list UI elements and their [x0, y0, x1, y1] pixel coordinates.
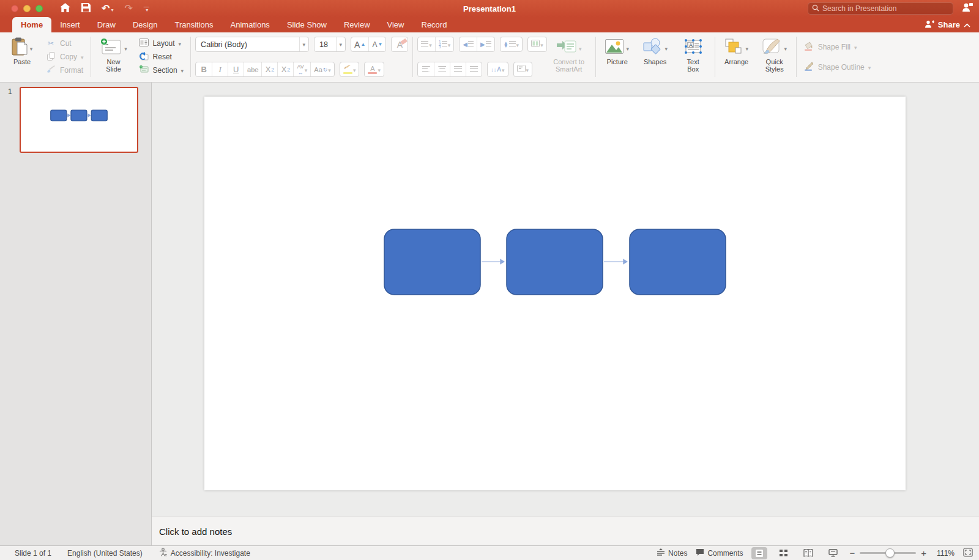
- change-case-button[interactable]: Aa↻: [310, 62, 334, 76]
- decrease-font-size-button[interactable]: A▼: [368, 37, 385, 51]
- align-right-button[interactable]: [450, 62, 466, 76]
- picture-dropdown-caret[interactable]: [626, 42, 629, 53]
- strikethrough-button[interactable]: abe: [244, 62, 261, 76]
- picture-button[interactable]: Picture: [600, 35, 635, 78]
- bold-button[interactable]: B: [196, 62, 212, 76]
- tab-insert[interactable]: Insert: [51, 17, 89, 32]
- underline-button[interactable]: U: [228, 62, 244, 76]
- slide-editing-surface[interactable]: [204, 97, 906, 490]
- convert-to-smartart-button[interactable]: Convert toSmartArt: [547, 35, 591, 78]
- slide-show-button[interactable]: [825, 547, 841, 559]
- shape-fill-button[interactable]: Shape Fill: [801, 40, 874, 54]
- zoom-slider[interactable]: [860, 552, 916, 554]
- paste-button[interactable]: Paste: [5, 35, 39, 78]
- justify-button[interactable]: [466, 62, 482, 76]
- arrange-button[interactable]: Arrange: [720, 35, 754, 78]
- zoom-slider-thumb[interactable]: [885, 548, 895, 558]
- text-highlight-button[interactable]: [340, 62, 359, 76]
- bullets-button[interactable]: [418, 37, 435, 51]
- rounded-rectangle-shape[interactable]: [630, 229, 726, 295]
- clear-formatting-button[interactable]: A: [392, 37, 408, 51]
- language-indicator[interactable]: English (United States): [67, 549, 143, 558]
- collapse-ribbon-icon[interactable]: [964, 20, 970, 29]
- italic-button[interactable]: I: [212, 62, 228, 76]
- tab-review[interactable]: Review: [335, 17, 379, 32]
- align-left-button[interactable]: [418, 62, 434, 76]
- redo-icon[interactable]: ↷: [124, 4, 132, 13]
- superscript-button[interactable]: X2: [261, 62, 277, 76]
- paste-dropdown-caret[interactable]: [30, 42, 33, 53]
- font-size-combobox[interactable]: 18: [314, 37, 346, 52]
- minimize-window-button[interactable]: [23, 5, 31, 12]
- cut-button[interactable]: ✂ Cut: [43, 37, 86, 50]
- zoom-in-button[interactable]: +: [921, 548, 926, 558]
- normal-view-button[interactable]: [751, 547, 767, 559]
- comments-button[interactable]: Comments: [696, 548, 743, 558]
- align-center-button[interactable]: [434, 62, 450, 76]
- notes-placeholder[interactable]: Click to add notes: [159, 526, 232, 537]
- search-box[interactable]: [808, 2, 953, 15]
- reset-button[interactable]: Reset: [136, 50, 187, 64]
- undo-button[interactable]: ↶▾: [102, 3, 113, 14]
- subscript-button[interactable]: X2: [277, 62, 293, 76]
- notes-toggle-button[interactable]: Notes: [657, 548, 687, 558]
- quick-styles-button[interactable]: QuickStyles: [758, 35, 792, 78]
- tab-record[interactable]: Record: [413, 17, 456, 32]
- save-icon[interactable]: [81, 3, 91, 15]
- tab-design[interactable]: Design: [124, 17, 166, 32]
- account-icon[interactable]: [962, 2, 973, 15]
- copy-button[interactable]: Copy: [43, 50, 86, 64]
- rounded-rectangle-shape[interactable]: [91, 110, 107, 121]
- quick-styles-dropdown-caret[interactable]: [784, 42, 787, 53]
- rounded-rectangle-shape[interactable]: [71, 110, 87, 121]
- zoom-window-button[interactable]: [35, 5, 43, 12]
- shapes-button[interactable]: Shapes: [638, 35, 672, 78]
- rounded-rectangle-shape[interactable]: [384, 229, 480, 295]
- rounded-rectangle-shape[interactable]: [507, 229, 603, 295]
- columns-button[interactable]: [528, 37, 546, 51]
- search-input[interactable]: [822, 4, 949, 13]
- zoom-percentage[interactable]: 111%: [935, 549, 955, 558]
- tab-transitions[interactable]: Transitions: [166, 17, 221, 32]
- character-spacing-button[interactable]: AV↔: [293, 62, 310, 76]
- text-box-icon: A: [684, 38, 702, 57]
- share-button[interactable]: Share: [925, 20, 970, 30]
- layout-button[interactable]: Layout: [136, 37, 187, 50]
- tab-view[interactable]: View: [379, 17, 413, 32]
- new-slide-button[interactable]: NewSlide: [95, 35, 132, 78]
- line-spacing-button[interactable]: ▲▼: [501, 37, 522, 51]
- slide-sorter-view-button[interactable]: [776, 547, 792, 559]
- zoom-out-button[interactable]: −: [849, 548, 855, 558]
- slide-thumbnail[interactable]: [20, 87, 138, 153]
- increase-font-size-button[interactable]: A▲: [351, 37, 368, 51]
- numbering-button[interactable]: 123: [435, 37, 453, 51]
- quick-styles-icon: [762, 38, 781, 57]
- notes-pane[interactable]: Click to add notes: [152, 517, 979, 545]
- connector-arrowhead: [87, 113, 91, 117]
- new-slide-dropdown-caret[interactable]: [124, 42, 127, 53]
- reading-view-button[interactable]: [800, 547, 816, 559]
- decrease-indent-button[interactable]: ◀: [460, 37, 477, 51]
- customize-toolbar-icon[interactable]: —▾: [144, 6, 149, 12]
- tab-slide-show[interactable]: Slide Show: [278, 17, 335, 32]
- align-text-button[interactable]: [514, 62, 532, 76]
- home-icon[interactable]: [60, 3, 70, 15]
- tab-home[interactable]: Home: [12, 17, 51, 32]
- tab-draw[interactable]: Draw: [89, 17, 124, 32]
- shapes-dropdown-caret[interactable]: [664, 42, 668, 53]
- tab-animations[interactable]: Animations: [222, 17, 278, 32]
- text-box-button[interactable]: A TextBox: [676, 35, 710, 78]
- shape-outline-button[interactable]: Shape Outline: [801, 61, 874, 74]
- font-color-button[interactable]: A: [365, 62, 384, 76]
- accessibility-status[interactable]: Accessibility: Investigate: [158, 548, 250, 559]
- text-direction-button[interactable]: ↓↓A: [488, 62, 507, 76]
- section-button[interactable]: Section: [136, 64, 187, 77]
- format-painter-button[interactable]: Format: [43, 64, 86, 77]
- close-window-button[interactable]: [11, 5, 18, 12]
- increase-indent-button[interactable]: ▶: [477, 37, 494, 51]
- font-name-combobox[interactable]: Calibri (Body): [195, 37, 309, 52]
- rounded-rectangle-shape[interactable]: [51, 110, 67, 121]
- arrange-dropdown-caret[interactable]: [745, 42, 748, 53]
- section-dropdown-caret: [181, 66, 184, 75]
- fit-slide-to-window-button[interactable]: [963, 548, 973, 559]
